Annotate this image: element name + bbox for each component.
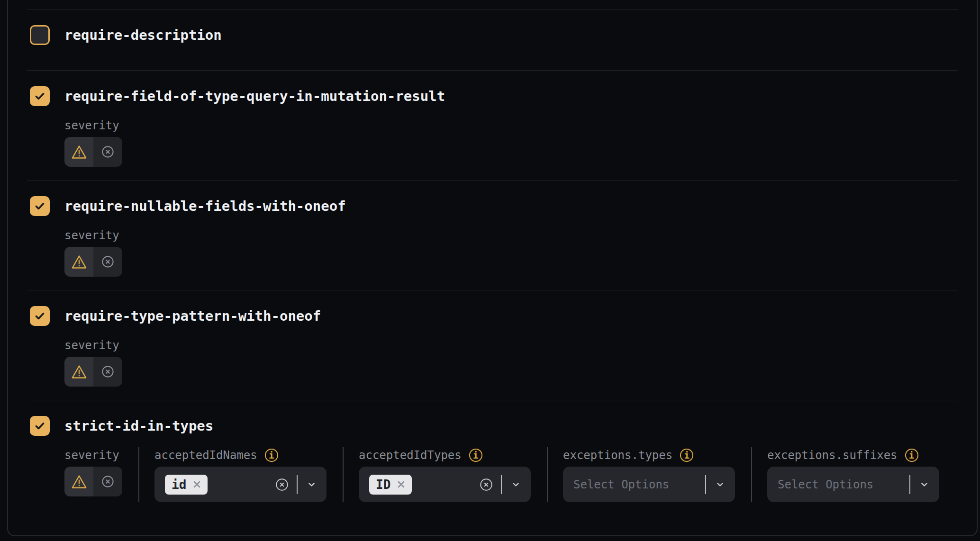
rule-checkbox[interactable] [30,416,50,436]
severity-label: severity [64,120,977,131]
severity-warn-button[interactable] [64,467,93,496]
panel-top-spacer [8,0,977,9]
rule-title: strict-id-in-types [64,418,213,434]
option-label: acceptedIdTypes [359,449,462,462]
exceptions-suffixes-column: exceptions.suffixes i Select Options [767,450,939,502]
column-divider [138,447,139,502]
info-icon[interactable]: i [680,449,693,462]
tag-label: id [172,478,186,492]
warning-triangle-icon [71,144,87,160]
field-separator [297,475,298,494]
field-separator [705,475,706,494]
chevron-down-icon[interactable] [510,479,521,490]
option-label: exceptions.types [563,449,672,462]
severity-toggle [64,137,122,167]
option-label: acceptedIdNames [154,449,257,462]
exceptions-types-select[interactable]: Select Options [563,467,735,502]
check-icon [33,199,46,213]
severity-label: severity [64,340,977,351]
warning-triangle-icon [71,254,87,270]
check-icon [33,309,46,323]
rule-title: require-description [64,27,222,43]
rule-checkbox[interactable] [30,306,50,326]
check-icon [33,419,46,433]
rule-row-require-description: require-description [8,9,977,70]
severity-toggle [64,357,122,387]
clear-circle-icon[interactable] [479,478,493,492]
x-circle-icon [101,365,115,379]
column-divider [547,447,548,502]
clear-circle-icon[interactable] [275,478,289,492]
severity-off-button[interactable] [93,247,122,277]
acceptedIdTypes-multiselect[interactable]: ID [359,467,531,502]
x-circle-icon [101,145,115,159]
info-icon[interactable]: i [265,449,278,462]
chevron-down-icon[interactable] [306,479,317,490]
severity-off-button[interactable] [93,137,122,167]
option-label: exceptions.suffixes [767,449,898,462]
warning-triangle-icon [71,474,87,489]
x-icon[interactable] [192,480,201,489]
severity-warn-button[interactable] [64,137,93,167]
warning-triangle-icon [71,364,87,379]
severity-off-button[interactable] [93,467,122,496]
severity-warn-button[interactable] [64,247,93,277]
severity-off-button[interactable] [93,357,122,387]
field-separator [909,475,910,494]
severity-warn-button[interactable] [64,357,93,387]
acceptedIdNames-column: acceptedIdNames i id [154,450,327,502]
x-icon[interactable] [397,480,406,489]
rules-panel: require-description require-field-of-typ… [7,0,978,536]
x-circle-icon [101,475,115,488]
tag-id: id [165,475,208,495]
rule-row-require-type-pattern-with-oneof: require-type-pattern-with-oneof severity [8,290,977,400]
severity-column: severity [64,450,122,496]
column-divider [343,447,344,502]
rule-title: require-nullable-fields-with-oneof [64,198,346,214]
chevron-down-icon[interactable] [715,479,726,490]
rule-checkbox[interactable] [30,25,50,45]
rule-row-require-field-of-type-query-in-mutation-result: require-field-of-type-query-in-mutation-… [8,71,977,180]
severity-label: severity [64,230,977,241]
rule-title: require-type-pattern-with-oneof [64,308,321,324]
severity-label: severity [64,450,122,461]
rule-row-require-nullable-fields-with-oneof: require-nullable-fields-with-oneof sever… [8,180,977,290]
rule-row-strict-id-in-types: strict-id-in-types severity [8,400,977,502]
acceptedIdTypes-column: acceptedIdTypes i ID [359,450,531,502]
rule-title: require-field-of-type-query-in-mutation-… [64,88,445,104]
severity-toggle [64,247,122,277]
info-icon[interactable]: i [905,449,918,462]
select-placeholder: Select Options [778,478,873,491]
chevron-down-icon[interactable] [919,479,930,490]
field-separator [501,475,502,494]
exceptions-suffixes-select[interactable]: Select Options [767,467,939,502]
rule-checkbox[interactable] [30,86,50,106]
check-icon [33,90,46,103]
column-divider [751,447,752,502]
tag-label: ID [376,478,390,492]
info-icon[interactable]: i [469,449,482,462]
select-placeholder: Select Options [573,478,669,491]
severity-toggle [64,467,122,496]
exceptions-types-column: exceptions.types i Select Options [563,450,735,502]
x-circle-icon [101,255,115,269]
tag-ID: ID [369,475,412,495]
acceptedIdNames-multiselect[interactable]: id [154,467,327,502]
rule-checkbox[interactable] [30,196,50,216]
